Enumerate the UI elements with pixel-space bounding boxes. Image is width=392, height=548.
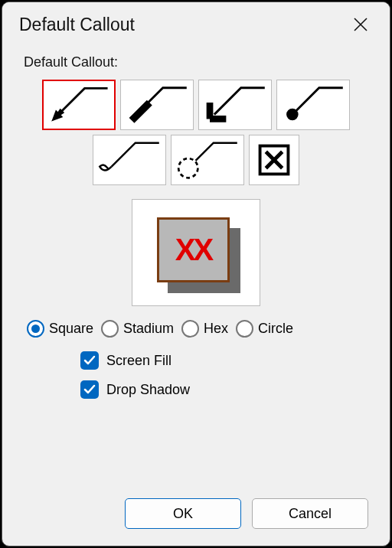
preview-container: XX [24, 199, 368, 306]
radio-hex[interactable]: Hex [181, 320, 228, 338]
x-box-icon [250, 135, 299, 184]
radio-icon [27, 320, 44, 338]
callout-style-hook-end[interactable] [93, 135, 166, 185]
dialog-content: Default Callout: [2, 47, 390, 498]
checkbox-icon [80, 351, 99, 370]
preview-shape: XX [157, 217, 230, 282]
callout-style-dot-end[interactable] [276, 80, 350, 130]
close-icon [353, 17, 368, 32]
callout-style-x-box[interactable] [249, 135, 299, 185]
thumb-row [42, 80, 350, 130]
radio-square[interactable]: Square [27, 320, 93, 338]
radio-label: Stadium [123, 321, 174, 337]
radio-circle[interactable]: Circle [236, 320, 293, 338]
callout-style-line-thick[interactable] [120, 80, 194, 130]
checkbox-group: Screen Fill Drop Shadow [80, 351, 368, 399]
checkbox-drop-shadow[interactable]: Drop Shadow [80, 380, 368, 399]
checkbox-label: Drop Shadow [106, 382, 190, 398]
radio-stadium[interactable]: Stadium [101, 320, 174, 338]
callout-style-arrow-wide[interactable] [198, 80, 272, 130]
thumb-row [93, 135, 299, 185]
radio-label: Square [49, 321, 93, 337]
cancel-button[interactable]: Cancel [252, 498, 368, 529]
radio-icon [181, 320, 199, 338]
checkbox-icon [80, 380, 99, 399]
close-button[interactable] [345, 9, 376, 40]
shape-radio-group: Square Stadium Hex Circle [27, 320, 368, 338]
hook-end-icon [93, 135, 165, 184]
preview-box: XX [132, 199, 260, 306]
dot-end-icon [277, 80, 349, 129]
window-title: Default Callout [19, 15, 345, 35]
ok-button[interactable]: OK [125, 498, 241, 529]
checkbox-label: Screen Fill [106, 353, 172, 369]
titlebar: Default Callout [2, 2, 390, 47]
radio-icon [236, 320, 253, 338]
callout-style-grid [24, 80, 368, 185]
callout-style-arrow-filled[interactable] [42, 80, 116, 130]
arrow-wide-icon [199, 80, 271, 129]
group-label: Default Callout: [24, 54, 368, 70]
callout-style-circle-dashed[interactable] [171, 135, 244, 185]
radio-label: Circle [258, 321, 293, 337]
dialog-window: Default Callout Default Callout: [2, 2, 390, 546]
svg-point-2 [286, 109, 299, 121]
radio-icon [101, 320, 119, 338]
radio-label: Hex [204, 321, 228, 337]
line-thick-icon [121, 80, 193, 129]
arrow-filled-icon [44, 81, 114, 129]
dialog-button-row: OK Cancel [2, 498, 390, 546]
preview-inner: XX [154, 214, 238, 291]
button-label: OK [173, 506, 193, 522]
checkbox-screen-fill[interactable]: Screen Fill [80, 351, 368, 370]
preview-text: XX [175, 233, 211, 267]
svg-point-3 [178, 158, 198, 178]
button-label: Cancel [289, 506, 332, 522]
circle-dashed-icon [172, 135, 243, 184]
